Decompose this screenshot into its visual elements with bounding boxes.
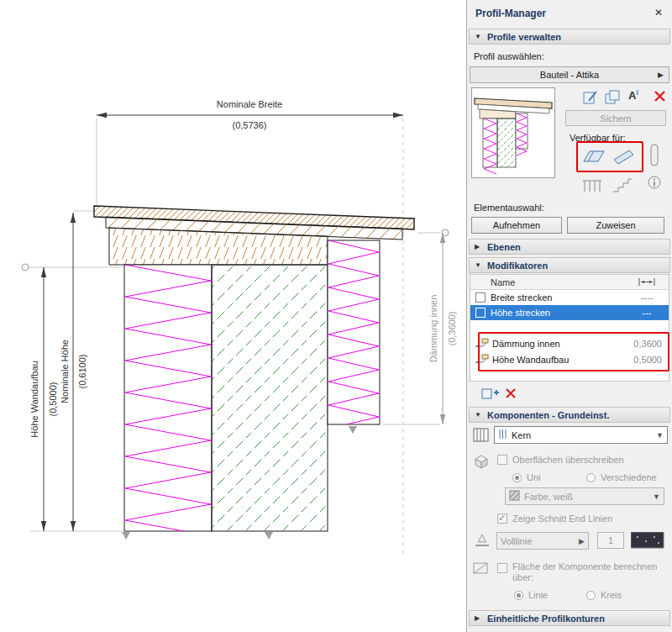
close-icon[interactable]: ✕ xyxy=(652,6,665,19)
radio-button[interactable] xyxy=(586,591,596,600)
surface-override-checkbox[interactable]: Oberflächen überschreiben xyxy=(497,455,624,465)
pen-color-button[interactable] xyxy=(631,532,664,550)
dimension-wall-height: Höhe Wandaufbau (0,5000) xyxy=(29,267,58,531)
collapse-triangle-icon: ▼ xyxy=(475,261,482,269)
available-for-label: Verfügbar für: xyxy=(570,133,626,143)
dim-width-label: Nominale Breite xyxy=(217,99,282,109)
section-modifikatoren[interactable]: ▼ Modifikatoren xyxy=(469,257,670,273)
chevron-down-icon: ▼ xyxy=(656,431,664,440)
checkbox[interactable] xyxy=(497,514,507,524)
area-calc-checkbox[interactable]: Fläche der Komponente berechnen über: xyxy=(497,561,664,583)
chevron-down-icon: ▼ xyxy=(653,492,660,501)
duplicate-profile-icon[interactable] xyxy=(604,89,622,108)
stretch-extent-icon xyxy=(625,277,669,287)
section-profile-verwalten[interactable]: ▼ Profile verwalten xyxy=(469,29,670,45)
modifier-row-breite-strecken[interactable]: Breite strecken ---- xyxy=(470,290,669,305)
area-calculation-icon xyxy=(472,560,491,580)
kreis-radio[interactable]: Kreis xyxy=(586,590,622,600)
param-row-daemmung-innen[interactable]: Dämmung innen 0,3600 xyxy=(470,335,669,351)
dim-wall-height-label: Höhe Wandaufbau xyxy=(29,361,39,437)
name-column-header: Name xyxy=(470,277,625,287)
dimension-insulation: Dämmung innen (0,3600) xyxy=(428,233,457,424)
radio-button[interactable] xyxy=(512,473,522,482)
dim-insulation-value: (0,3600) xyxy=(447,312,457,346)
section-ebenen[interactable]: ▶ Ebenen xyxy=(469,239,670,255)
dim-nominal-height-label: Nominale Höhe xyxy=(60,340,70,403)
linie-radio[interactable]: Linie xyxy=(514,590,548,600)
checkbox[interactable] xyxy=(497,455,507,465)
column-tool-icon[interactable] xyxy=(648,143,660,170)
exterior-insulation-layer xyxy=(124,265,212,552)
pen-line-icon xyxy=(474,532,491,550)
param-row-hoehe-wandaufbau[interactable]: Höhe Wandaufbau 0,5000 xyxy=(470,351,669,367)
collapse-triangle-icon: ▼ xyxy=(475,411,482,419)
flyout-arrow-icon: ▶ xyxy=(579,537,585,545)
pen-number-field[interactable]: 1 xyxy=(597,532,624,549)
dimension-nominal-height: Nominale Höhe (0,6100) xyxy=(60,213,87,531)
radio-button[interactable] xyxy=(586,473,596,482)
dimension-width: Nominale Breite (0,5736) xyxy=(97,99,403,130)
add-modifier-icon[interactable] xyxy=(480,386,499,403)
expand-triangle-icon: ▶ xyxy=(475,614,482,622)
profile-dropdown-value: Bauteil - Attika xyxy=(540,70,599,80)
witness-circle-left xyxy=(22,264,29,271)
uni-radio[interactable]: Uni xyxy=(512,472,541,482)
wall-tool-icon[interactable] xyxy=(581,146,606,168)
profile-select-label: Profil auswählen: xyxy=(474,51,544,61)
section-profilkonturen[interactable]: ▶ Einheitliche Profilkonturen xyxy=(469,610,670,626)
wall-core-layer xyxy=(212,265,328,531)
save-button[interactable]: Sichern xyxy=(565,110,666,126)
checkbox[interactable] xyxy=(497,563,507,573)
surface-swatch-icon xyxy=(509,490,520,503)
delete-profile-icon[interactable] xyxy=(653,89,668,106)
dim-wall-height-value: (0,5000) xyxy=(48,382,58,417)
modifier-dimension-icon xyxy=(470,354,492,365)
dim-nominal-height-value: (0,6100) xyxy=(77,355,87,389)
modifier-list: Name Breite strecken ---- Höhe strecken … xyxy=(470,274,669,382)
element-selection-label: Elementauswahl: xyxy=(474,203,544,213)
component-dropdown[interactable]: Kern ▼ xyxy=(494,426,668,444)
surface-color-value: Farbe, weiß xyxy=(524,492,573,502)
rename-profile-icon[interactable]: AI xyxy=(628,88,638,102)
cut-end-lines-checkbox[interactable]: Zeige Schnitt End Linien xyxy=(497,514,612,524)
checkbox[interactable] xyxy=(475,308,486,318)
verschiedene-radio[interactable]: Verschiedene xyxy=(586,472,657,482)
modifier-row-hoehe-strecken[interactable]: Höhe strecken --- xyxy=(470,305,669,320)
pickup-button[interactable]: Aufnehmen xyxy=(471,217,562,234)
info-icon[interactable] xyxy=(647,175,662,192)
component-dropdown-value: Kern xyxy=(512,430,531,440)
profile-dropdown[interactable]: Bauteil - Attika ▶ xyxy=(470,66,669,83)
stair-tool-icon[interactable] xyxy=(612,176,633,195)
component-icon xyxy=(472,426,491,446)
flyout-arrow-icon: ▶ xyxy=(658,71,664,79)
interior-insulation-layer xyxy=(328,240,380,440)
linetype-dropdown[interactable]: Volllinie ▶ xyxy=(496,532,589,550)
drawing-canvas[interactable]: Nominale Breite (0,5736) Höhe Wandaufbau… xyxy=(0,0,466,632)
profile-drawing-svg: Nominale Breite (0,5736) Höhe Wandaufbau… xyxy=(0,0,466,632)
collapse-triangle-icon: ▼ xyxy=(475,33,482,40)
railing-tool-icon[interactable] xyxy=(581,176,603,195)
delete-modifier-icon[interactable] xyxy=(504,386,519,403)
section-komponenten[interactable]: ▼ Komponenten - Grundeinst. xyxy=(469,407,670,423)
profil-manager-panel: Profil-Manager ✕ ▼ Profile verwalten Pro… xyxy=(466,0,672,632)
component-fill-swatch xyxy=(498,429,507,441)
dim-insulation-label: Dämmung innen xyxy=(428,295,438,363)
dim-width-value: (0,5736) xyxy=(233,120,267,130)
modifier-dimension-icon xyxy=(470,338,492,349)
surface-override-icon xyxy=(472,452,491,472)
profile-preview xyxy=(471,87,555,178)
assign-button[interactable]: Zuweisen xyxy=(567,217,664,234)
surface-color-dropdown[interactable]: Farbe, weiß ▼ xyxy=(505,487,664,505)
linetype-value: Volllinie xyxy=(501,536,532,546)
checkbox[interactable] xyxy=(475,292,486,303)
radio-button[interactable] xyxy=(514,591,523,600)
modifier-list-header: Name xyxy=(470,275,669,290)
panel-title: Profil-Manager xyxy=(475,8,546,19)
expand-triangle-icon: ▶ xyxy=(475,243,482,250)
beam-tool-icon[interactable] xyxy=(612,146,637,168)
new-profile-icon[interactable] xyxy=(581,89,600,108)
